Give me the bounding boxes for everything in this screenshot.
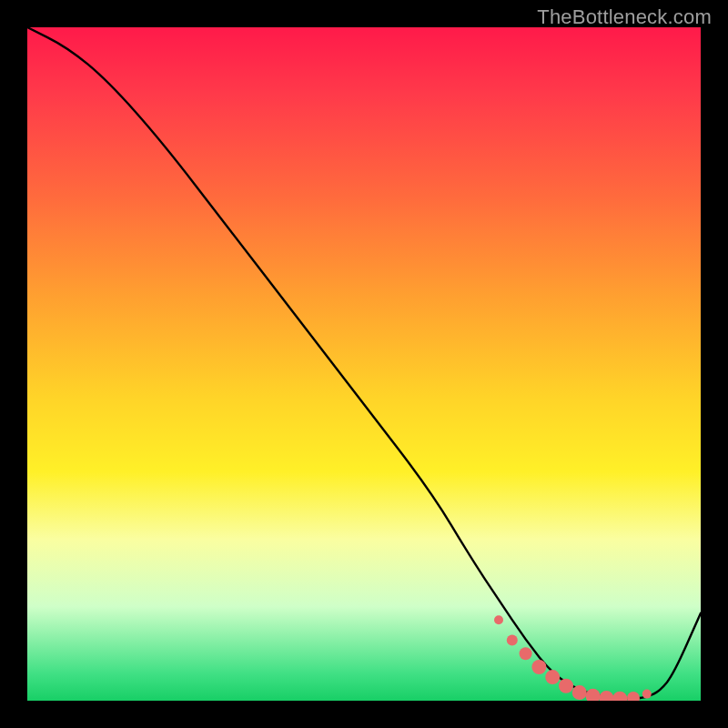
marker-point <box>612 692 627 701</box>
marker-point <box>572 685 587 700</box>
marker-point <box>586 689 601 701</box>
marker-point <box>520 647 532 660</box>
attribution-label: TheBottleneck.com <box>537 5 712 29</box>
marker-point <box>507 634 518 645</box>
bottleneck-curve <box>27 27 701 699</box>
marker-point <box>599 691 613 701</box>
marker-point <box>627 692 640 701</box>
marker-point <box>642 690 652 699</box>
marker-point <box>545 670 560 684</box>
marker-point <box>531 660 546 674</box>
marker-point <box>494 615 503 624</box>
chart-area <box>27 27 701 701</box>
chart-svg <box>27 27 701 701</box>
marker-point <box>559 679 573 693</box>
